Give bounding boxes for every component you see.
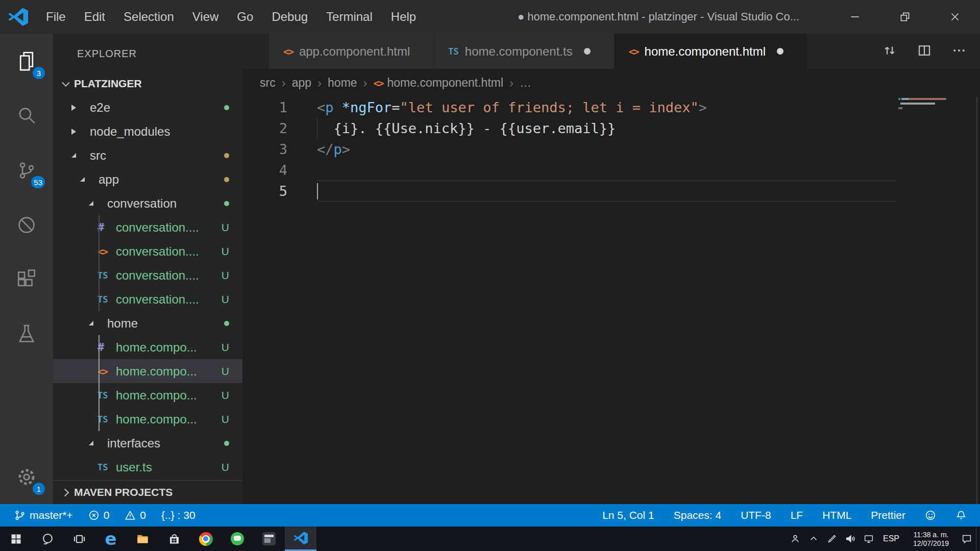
keyboard-language[interactable]: ESP [878,534,904,543]
tree-item-home.compo...[interactable]: TShome.compo...U [53,383,242,407]
vscode-logo-icon[interactable] [0,7,37,27]
section-header-maven-projects[interactable]: MAVEN PROJECTS [53,480,242,504]
pen-icon[interactable] [823,527,841,551]
task-view-button[interactable] [63,527,95,551]
file-explorer-app[interactable] [127,527,158,551]
activity-explorer-icon[interactable]: 3 [0,34,53,88]
start-button[interactable] [0,527,32,551]
more-actions-icon[interactable] [951,43,967,60]
menu-terminal[interactable]: Terminal [317,0,382,34]
chevron-up-icon[interactable] [804,527,823,551]
menu-view[interactable]: View [183,0,228,34]
breadcrumb-item-home[interactable]: home [328,76,357,90]
menu-help[interactable]: Help [382,0,425,34]
status-feedback[interactable] [925,504,936,527]
window-app[interactable] [253,527,285,551]
edge-app[interactable]: e [95,527,127,551]
status-language-mode[interactable]: HTML [822,504,851,527]
breadcrumb-item-app[interactable]: app [292,76,311,90]
status-error-count[interactable]: 0 [88,504,110,527]
chat-app[interactable] [222,527,253,551]
status-git-branch-status[interactable]: master*+ [14,504,73,527]
tab-home.component.html[interactable]: <>home.component.html [615,34,807,69]
tree-item-home[interactable]: home [53,311,242,335]
monitor-icon[interactable] [860,527,878,551]
menu-edit[interactable]: Edit [75,0,114,34]
split-editor-icon[interactable] [917,43,932,60]
breadcrumb-item-…[interactable]: … [520,76,531,90]
tree-item-conversation[interactable]: conversation [53,191,242,215]
activity-bar: 353 1 [0,34,53,504]
activity-settings-icon[interactable]: 1 [0,449,53,504]
chrome-app[interactable] [190,527,222,551]
menu-selection[interactable]: Selection [114,0,183,34]
tree-item-conversation....[interactable]: TSconversation....U [53,263,242,287]
breadcrumb-item-src[interactable]: src [260,76,276,90]
menu-go[interactable]: Go [228,0,262,34]
tab-label: home.component.ts [465,44,573,59]
code-line-5[interactable]: 5 [242,181,980,202]
activity-debug-off-icon[interactable] [0,197,53,252]
tree-item-home.compo...[interactable]: TShome.compo...U [53,407,242,431]
tree-item-label: e2e [90,101,220,115]
tree-item-user.ts[interactable]: TSuser.tsU [53,455,242,479]
tree-item-home.compo...[interactable]: <>home.compo...U [53,359,242,383]
close-button[interactable] [930,0,980,34]
chrome-icon [199,532,213,546]
minimize-button[interactable] [830,0,880,34]
action-center-icon[interactable] [958,527,976,551]
clock-time: 11:38 a. m. [904,531,958,539]
editor-code-area[interactable]: 1<p *ngFor="let user of friends; let i =… [242,97,980,504]
status-eol[interactable]: LF [791,504,803,527]
people-icon[interactable] [786,527,804,551]
restore-button[interactable] [880,0,930,34]
search-button[interactable] [32,527,63,551]
tree-item-conversation....[interactable]: <>conversation....U [53,239,242,263]
status-warning-count[interactable]: 0 [125,504,146,527]
tree-item-e2e[interactable]: e2e [53,95,242,119]
menu-debug[interactable]: Debug [262,0,317,34]
code-line-4[interactable]: 4 [242,160,980,181]
status-notifications[interactable] [955,504,967,527]
activity-source-control-icon[interactable]: 53 [0,143,53,197]
tree-item-conversation....[interactable]: #conversation....U [53,215,242,239]
twistie-expanded-icon [89,441,104,445]
show-desktop-button[interactable] [976,527,980,551]
code-line-3[interactable]: 3</p> [242,139,980,160]
store-app[interactable] [158,527,190,551]
minimap[interactable] [898,98,954,121]
taskbar-clock[interactable]: 11:38 a. m. 12/07/2019 [904,530,958,548]
modified-dot-icon[interactable] [777,48,783,55]
code-line-2[interactable]: 2 {i}. {{Use.nick}} - {{user.email}} [242,118,980,139]
twistie-expanded-icon [89,321,104,325]
tree-item-node-modules[interactable]: node_modules [53,119,242,143]
chevron-down-icon [62,79,70,87]
git-status-dot [224,321,229,326]
file-type-html-icon: <> [97,366,113,377]
tab-home.component.ts[interactable]: TShome.component.ts [434,34,614,69]
tree-item-app[interactable]: app [53,167,242,191]
status-indentation[interactable]: Spaces: 4 [674,504,721,527]
status-encoding[interactable]: UTF-8 [741,504,771,527]
section-header-platzinger[interactable]: PLATZINGER [53,71,242,95]
activity-extensions-icon[interactable] [0,252,53,307]
breadcrumb-item-home.component.html[interactable]: <>home.component.html [374,76,503,90]
code-line-1[interactable]: 1<p *ngFor="let user of friends; let i =… [242,97,980,118]
tree-item-conversation....[interactable]: TSconversation....U [53,287,242,311]
tree-item-home.compo...[interactable]: #home.compo...U [53,335,242,359]
open-changes-icon[interactable] [882,43,897,60]
speaker-icon[interactable] [841,527,860,551]
titlebar: FileEditSelectionViewGoDebugTerminalHelp… [0,0,980,34]
status-formatter[interactable]: Prettier [871,504,905,527]
modified-dot-icon[interactable] [584,48,591,55]
status-cursor-position[interactable]: Ln 5, Col 1 [602,504,654,527]
scrollbar-track[interactable] [976,97,977,504]
activity-test-flask-icon[interactable] [0,307,53,361]
tab-app.component.html[interactable]: <>app.component.html [269,34,434,69]
activity-search-icon[interactable] [0,88,53,143]
menu-file[interactable]: File [37,0,75,34]
status-bracket-counter[interactable]: {..} : 30 [161,504,195,527]
tree-item-interfaces[interactable]: interfaces [53,431,242,455]
vscode-app[interactable] [285,527,316,551]
tree-item-src[interactable]: src [53,143,242,167]
